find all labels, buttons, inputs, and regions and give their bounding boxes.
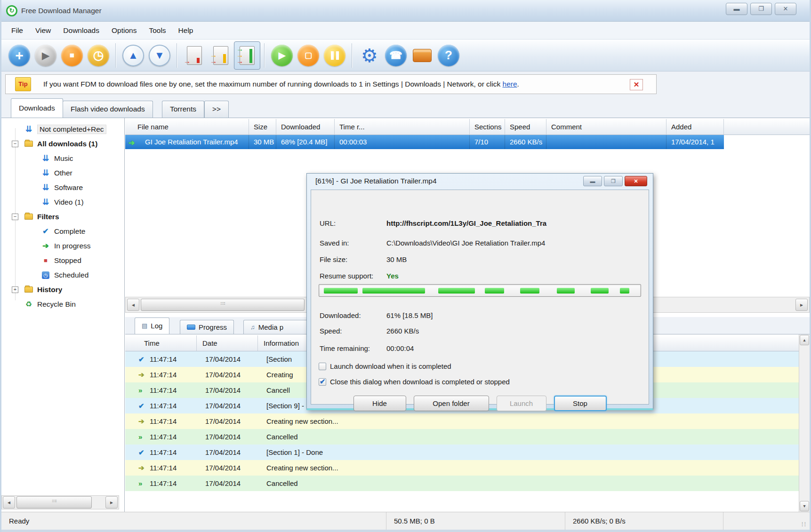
sidebar-item-history[interactable]: + History [1,282,124,297]
resume-button[interactable]: ▶ [32,41,59,70]
log-row[interactable]: ✔ 11:47:14 17/04/2014 [Section 1] - Done [125,445,799,460]
time-remaining-label: Time remaining: [320,344,370,352]
log-column-date[interactable]: Date [197,335,258,351]
help-button[interactable]: ? [435,41,462,70]
speed-label: Speed: [320,327,342,335]
sidebar-item-software[interactable]: ⇊ Software [1,180,124,195]
launch-checkbox[interactable] [319,363,326,370]
menu-help[interactable]: Help [172,23,200,38]
sidebar-item-complete[interactable]: ✔ Complete [1,224,124,238]
scheduler-button[interactable]: ◷ [85,41,112,70]
sidebar-item-all-downloads[interactable]: − All downloads (1) [1,136,124,151]
open-folder-button[interactable]: Open folder [414,396,489,411]
log-column-time[interactable]: Time [125,335,197,351]
start-all-button[interactable]: ▶ [269,41,295,70]
log-row[interactable]: » 11:47:14 17/04/2014 Cancelled [125,476,799,491]
tip-text: If you want FDM to download files one by… [43,80,519,88]
scroll-left-icon[interactable]: ◂ [3,496,15,508]
sidebar-item-video[interactable]: ⇊ Video (1) [1,195,124,209]
tab-log[interactable]: ▤ Log [135,318,169,334]
dialog-close-button[interactable]: ✕ [625,176,647,186]
create-section-icon: ➔ [138,417,150,426]
expand-expander-icon[interactable]: + [12,286,18,293]
move-down-button[interactable]: ▼ [146,41,173,70]
scrollbar-thumb[interactable] [16,496,92,508]
play-icon: ▶ [35,45,56,66]
pause-all-button[interactable] [321,41,348,70]
column-header-sections[interactable]: Sections [470,119,505,135]
menu-options[interactable]: Options [105,23,143,38]
cell-comment [546,135,666,149]
scroll-left-icon[interactable]: ◂ [127,299,139,311]
tab-flash-video-downloads[interactable]: Flash video downloads [63,101,153,118]
download-row-selected[interactable]: ➔ GI Joe Retaliation Trailer.mp4 30 MB 6… [125,135,724,149]
restore-button[interactable]: ❐ [750,3,772,15]
menu-tools[interactable]: Tools [143,23,172,38]
tab-progress[interactable]: Progress [180,320,234,334]
column-header-file-name[interactable]: File name [125,119,249,135]
tab-media-preview[interactable]: ♫ Media p [243,320,314,334]
column-header-time-remaining[interactable]: Time r... [335,119,470,135]
column-header-size[interactable]: Size [249,119,276,135]
stop-button[interactable]: ■ [59,41,85,70]
tip-here-link[interactable]: here [503,80,517,88]
speed-medium-button[interactable]: →→ [208,41,234,70]
menu-file[interactable]: File [5,23,29,38]
column-header-speed[interactable]: Speed [505,119,546,135]
tab-more[interactable]: >> [204,101,229,118]
sidebar-item-other[interactable]: ⇊ Other [1,166,124,180]
scroll-right-icon[interactable]: ▸ [105,496,118,508]
settings-button[interactable]: ⚙ [356,41,383,70]
speed-light-button[interactable]: → [181,41,208,70]
dialog-restore-button[interactable]: ❐ [604,176,623,186]
launch-button[interactable]: Launch [497,396,546,411]
close-button[interactable]: ✕ [775,3,796,15]
menu-view[interactable]: View [29,23,57,38]
sidebar-item-music[interactable]: ⇊ Music [1,151,124,166]
collapse-expander-icon[interactable]: − [12,214,18,220]
minimize-button[interactable]: ▬ [726,3,747,15]
log-row[interactable]: ➔ 11:47:14 17/04/2014 Creating new secti… [125,460,799,476]
log-row[interactable]: » 11:47:14 17/04/2014 Cancelled [125,429,799,445]
sidebar-item-not-completed[interactable]: ⇊ Not completed+Rec [1,122,124,136]
stop-all-button[interactable]: ▢ [295,41,321,70]
sidebar-horizontal-scrollbar[interactable]: ◂ ▸ [1,495,119,509]
scroll-right-icon[interactable]: ▸ [795,299,808,311]
start-all-icon: ▶ [271,45,293,66]
log-row[interactable]: ➔ 11:47:14 17/04/2014 Creating new secti… [125,413,799,429]
scroll-up-icon[interactable]: ▴ [800,335,809,345]
sidebar-item-in-progress[interactable]: ➔ In progress [1,238,124,253]
stop-download-button[interactable]: Stop [554,396,607,411]
close-dialog-checkbox[interactable] [319,378,326,386]
dialog-title: [61%] - GI Joe Retaliation Trailer.mp4 [307,177,437,185]
tip-close-button[interactable]: ✕ [630,79,643,90]
tree-label: Scheduled [54,271,88,279]
sidebar-item-scheduled[interactable]: ◷ Scheduled [1,268,124,282]
collapse-expander-icon[interactable]: − [12,141,18,147]
site-manager-button[interactable] [409,41,435,70]
tab-torrents[interactable]: Torrents [162,101,204,118]
column-header-comment[interactable]: Comment [546,119,666,135]
log-vertical-scrollbar[interactable]: ▴ ▾ [799,334,810,512]
scroll-down-icon[interactable]: ▾ [800,501,809,511]
move-up-button[interactable]: ▲ [120,41,146,70]
log-time: 11:47:14 [150,355,205,363]
speed-full-button[interactable]: →→→ [234,41,260,70]
sidebar-item-recycle-bin[interactable]: ♻ Recycle Bin [1,297,124,311]
hide-button[interactable]: Hide [353,396,406,411]
tab-downloads[interactable]: Downloads [11,98,63,118]
column-header-downloaded[interactable]: Downloaded [276,119,335,135]
add-download-button[interactable]: + [6,41,32,70]
scrollbar-thumb[interactable] [141,299,305,311]
globe-phone-icon: ☎ [385,45,407,66]
sidebar-item-filters[interactable]: − Filters [1,209,124,224]
tree-label: History [37,286,62,294]
resize-grip-icon[interactable]: ⁞⁞ [802,521,807,528]
column-header-added[interactable]: Added [666,119,724,135]
downloads-icon: ⇊ [41,169,50,177]
progress-segment [485,288,504,294]
dialog-minimize-button[interactable]: ▬ [583,176,602,186]
sidebar-item-stopped[interactable]: ■ Stopped [1,253,124,268]
network-button[interactable]: ☎ [383,41,409,70]
menu-downloads[interactable]: Downloads [57,23,105,38]
